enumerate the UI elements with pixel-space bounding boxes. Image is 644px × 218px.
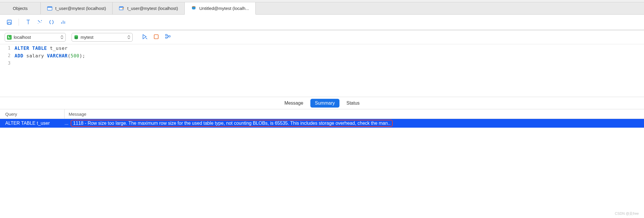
code-line: 2 ADD salary VARCHAR(500); — [0, 52, 644, 59]
run-button[interactable] — [141, 34, 148, 41]
results-empty-area — [0, 128, 644, 145]
stop-button[interactable] — [154, 34, 159, 40]
svg-rect-16 — [169, 36, 170, 37]
svg-rect-15 — [166, 37, 167, 38]
connection-value: localhost — [14, 35, 60, 40]
cell-query: ALTER TABLE t_user — [0, 121, 65, 126]
database-value: mytest — [81, 35, 127, 40]
tab-tuser-1[interactable]: t_user@mytest (localhost) — [41, 2, 113, 14]
results-row[interactable]: ALTER TABLE t_user ... 1118 - Row size t… — [0, 119, 644, 128]
connection-select[interactable]: localhost — [5, 33, 66, 42]
stepper-arrows-icon — [60, 35, 64, 39]
svg-rect-9 — [7, 35, 12, 40]
cell-message: 1118 - Row size too large. The maximum r… — [70, 120, 644, 127]
stepper-arrows-icon — [127, 35, 131, 39]
explain-button[interactable] — [165, 34, 171, 41]
tabs-bar: Objects t_user@mytest (localhost) t_user… — [0, 2, 644, 15]
query-icon — [191, 6, 196, 11]
column-header-query[interactable]: Query — [0, 109, 65, 119]
code-line: 3 — [0, 59, 644, 67]
cell-ellipsis: ... — [65, 121, 70, 126]
line-number: 3 — [0, 61, 15, 66]
toolbar — [0, 15, 644, 30]
run-controls — [141, 34, 171, 41]
svg-rect-3 — [119, 7, 123, 8]
code-line: 1 ALTER TABLE t_user — [0, 44, 644, 52]
tab-status[interactable]: Status — [342, 99, 364, 108]
tab-label: Objects — [13, 6, 28, 11]
results-tabs: Message Summary Status — [0, 97, 644, 109]
column-header-message[interactable]: Message — [65, 109, 644, 119]
svg-rect-8 — [8, 22, 10, 24]
menu-bar-remnant — [0, 0, 644, 2]
selector-bar: localhost mytest — [0, 30, 644, 44]
svg-rect-7 — [8, 20, 10, 22]
database-icon — [73, 34, 79, 41]
parentheses-button[interactable] — [47, 17, 56, 27]
svg-rect-14 — [166, 34, 167, 36]
tab-label: t_user@mytest (localhost) — [55, 6, 106, 11]
sql-editor[interactable]: 1 ALTER TABLE t_user 2 ADD salary VARCHA… — [0, 44, 644, 97]
svg-rect-13 — [154, 35, 158, 39]
chart-button[interactable] — [58, 17, 68, 27]
svg-point-11 — [74, 35, 78, 36]
svg-rect-1 — [47, 7, 52, 8]
tab-tuser-2[interactable]: t_user@mytest (localhost) — [113, 2, 184, 14]
format-button[interactable] — [24, 17, 33, 27]
table-icon — [47, 6, 52, 11]
toolbar-separator — [19, 19, 19, 26]
table-edit-icon — [119, 6, 124, 11]
tab-untitled-query[interactable]: Untitled@mytest (localh... — [185, 2, 256, 15]
save-button[interactable] — [5, 17, 14, 27]
database-select[interactable]: mytest — [72, 33, 133, 42]
line-number: 1 — [0, 45, 15, 51]
connection-icon — [6, 34, 13, 41]
line-number: 2 — [0, 53, 15, 58]
error-highlight: 1118 - Row size too large. The maximum r… — [71, 120, 393, 127]
tab-message[interactable]: Message — [280, 99, 308, 108]
tab-label: Untitled@mytest (localh... — [199, 6, 249, 11]
tab-summary[interactable]: Summary — [310, 99, 339, 108]
beautify-button[interactable] — [35, 17, 45, 27]
results-header: Query Message — [0, 109, 644, 119]
tab-label: t_user@mytest (localhost) — [127, 6, 178, 11]
tab-objects[interactable]: Objects — [0, 2, 41, 14]
